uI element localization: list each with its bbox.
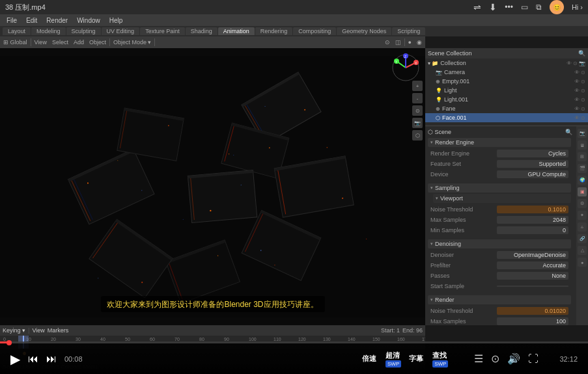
outliner-item-face001[interactable]: ⬡ Face.001 👁 ⊙ bbox=[425, 113, 588, 122]
prop-render-icon[interactable]: 📷 bbox=[578, 129, 587, 138]
sep3 bbox=[154, 38, 155, 46]
total-time: 32:12 bbox=[559, 355, 578, 363]
noise-threshold-value[interactable]: 0.1010 bbox=[497, 206, 568, 213]
prop-constraint-icon[interactable]: 🔗 bbox=[578, 234, 587, 243]
prev-button[interactable]: ⏮ bbox=[28, 353, 38, 365]
outliner-header: Scene Collection 🔍 bbox=[425, 48, 588, 59]
outliner-item-collection[interactable]: ▾ 📁 Collection 👁 ⊙ 📷 bbox=[425, 59, 588, 68]
toolbar-select[interactable]: Select bbox=[50, 38, 70, 46]
next-button[interactable]: ⏭ bbox=[46, 353, 57, 365]
tab-texture-paint[interactable]: Texture Paint bbox=[140, 27, 185, 35]
cast-icon[interactable]: ▭ bbox=[521, 3, 528, 12]
outliner-item-light001[interactable]: 💡 Light.001 👁 ⊙ bbox=[425, 95, 588, 104]
menu-item-edit[interactable]: Edit bbox=[22, 16, 41, 25]
toolbar-mode[interactable]: Object Mode ▾ bbox=[111, 38, 154, 46]
outliner-title: Scene Collection bbox=[428, 50, 472, 57]
device-value[interactable]: GPU Compute bbox=[497, 170, 568, 178]
render-noise-value[interactable]: 0.01020 bbox=[497, 307, 568, 315]
toolbar-view[interactable]: View bbox=[33, 38, 49, 46]
max-samples-value[interactable]: 2048 bbox=[497, 216, 568, 224]
toolbar-overlay[interactable]: ⊙ bbox=[383, 38, 392, 46]
local-view-icon[interactable]: ⬡ bbox=[412, 130, 423, 140]
toolbar-shading-render[interactable]: ◉ bbox=[415, 38, 424, 46]
speed-button[interactable]: 倍速 bbox=[362, 354, 376, 364]
play-button[interactable]: ▶ bbox=[10, 351, 20, 367]
outliner-light-label: Light bbox=[444, 87, 457, 94]
tab-sculpting[interactable]: Sculpting bbox=[66, 27, 101, 35]
sampling-header[interactable]: ▾ Sampling bbox=[428, 183, 571, 193]
tab-uv-editing[interactable]: UV Editing bbox=[102, 27, 140, 35]
download-icon[interactable]: ⬇ bbox=[489, 2, 497, 12]
render-engine-value[interactable]: Cycles bbox=[497, 150, 568, 157]
prop-physics-icon[interactable]: ⥿ bbox=[578, 222, 587, 232]
prop-modifier-icon[interactable]: ⚙ bbox=[578, 199, 587, 208]
video-progress-bar[interactable] bbox=[0, 341, 588, 343]
more-icon[interactable]: ••• bbox=[505, 3, 513, 12]
playlist-icon[interactable]: ☰ bbox=[474, 353, 483, 365]
prop-object-icon[interactable]: ▣ bbox=[578, 187, 587, 196]
zoom-out-icon[interactable]: - bbox=[412, 93, 423, 103]
menu-item-render[interactable]: Render bbox=[42, 16, 72, 25]
timeline-markers[interactable]: Markers bbox=[48, 327, 69, 334]
prop-view-layer-icon[interactable]: ⊞ bbox=[578, 152, 587, 161]
min-samples-value[interactable]: 0 bbox=[497, 226, 568, 234]
tab-geometry-nodes[interactable]: Geometry Nodes bbox=[337, 27, 391, 35]
zoom-in-icon[interactable]: + bbox=[412, 81, 423, 91]
avatar[interactable]: 😊 bbox=[550, 0, 564, 14]
viewport-sampling-header[interactable]: ▾ Viewport bbox=[433, 194, 571, 203]
outliner-item-fane[interactable]: ⊕ Fane 👁 ⊙ bbox=[425, 104, 588, 113]
toolbar-shading-solid[interactable]: ● bbox=[406, 38, 413, 46]
start-sample-value[interactable] bbox=[497, 286, 568, 287]
prop-scene-icon[interactable]: 🎬 bbox=[578, 164, 587, 173]
render-settings-header[interactable]: ▾ Render bbox=[428, 295, 571, 304]
menu-item-file[interactable]: File bbox=[3, 16, 21, 25]
prefilter-value[interactable]: Accurate bbox=[497, 261, 568, 269]
tab-layout[interactable]: Layout bbox=[3, 27, 31, 35]
prop-data-icon[interactable]: △ bbox=[578, 246, 587, 255]
navigation-gizmo[interactable]: X Y Z bbox=[391, 53, 417, 79]
outliner-filter-icon[interactable]: 🔍 bbox=[578, 50, 585, 57]
prop-world-icon[interactable]: 🌍 bbox=[578, 176, 587, 185]
feature-set-value[interactable]: Supported bbox=[497, 160, 568, 168]
tab-shading[interactable]: Shading bbox=[186, 27, 217, 35]
outliner-item-light[interactable]: 💡 Light 👁 ⊙ bbox=[425, 86, 588, 95]
camera-view-icon[interactable]: 📷 bbox=[412, 118, 423, 128]
volume-icon[interactable]: 🔊 bbox=[507, 353, 520, 365]
toolbar-global[interactable]: ⊞ Global bbox=[1, 38, 29, 46]
3d-viewport[interactable]: X Y Z + - ⊙ 📷 ⬡ 欢迎大家来到为图形设计师准备的Blender 3… bbox=[0, 48, 425, 325]
menu-item-help[interactable]: Help bbox=[105, 16, 127, 25]
tab-compositing[interactable]: Compositing bbox=[293, 27, 336, 35]
share-icon[interactable]: ⇌ bbox=[473, 2, 481, 12]
toolbar-add[interactable]: Add bbox=[72, 38, 86, 46]
render-max-samples-value[interactable]: 100 bbox=[497, 317, 568, 325]
timeline-keying-label[interactable]: Keying ▾ bbox=[3, 327, 25, 334]
denoiser-value[interactable]: OpenImageDenoise bbox=[497, 251, 568, 259]
menu-item-window[interactable]: Window bbox=[73, 16, 104, 25]
render-section-header[interactable]: ▾ Render Engine bbox=[428, 138, 571, 147]
tab-rendering[interactable]: Rendering bbox=[255, 27, 293, 35]
tab-modeling[interactable]: Modeling bbox=[31, 27, 66, 35]
view-reset-icon[interactable]: ⊙ bbox=[412, 105, 423, 116]
tab-scripting[interactable]: Scripting bbox=[392, 27, 425, 35]
speed-label: 倍速 bbox=[362, 354, 376, 364]
tab-animation[interactable]: Animation bbox=[218, 27, 255, 35]
fullscreen-icon[interactable]: ⛶ bbox=[528, 353, 539, 365]
render-engine-row: Render Engine Cycles bbox=[428, 148, 571, 159]
outliner-item-camera[interactable]: 📷 Camera 👁 ⊙ bbox=[425, 68, 588, 77]
main-viewport[interactable]: X Y Z + - ⊙ 📷 ⬡ 欢迎大家来到为图形设计师准备的Blender 3… bbox=[0, 48, 425, 325]
pip-icon[interactable]: ⧉ bbox=[536, 3, 542, 12]
toolbar-object[interactable]: Object bbox=[87, 38, 108, 46]
prop-material-icon[interactable]: ● bbox=[578, 258, 587, 267]
hd-button[interactable]: 超清 SWP bbox=[384, 351, 401, 367]
outliner-item-empty001[interactable]: ⊕ Empty.001 👁 ⊙ bbox=[425, 77, 588, 86]
prop-particle-icon[interactable]: ✦ bbox=[578, 211, 587, 220]
denoising-header[interactable]: ▾ Denoising bbox=[428, 239, 571, 248]
pip-player-icon[interactable]: ⊙ bbox=[491, 353, 499, 365]
toolbar-xray[interactable]: ◫ bbox=[393, 38, 403, 46]
subtitle-button[interactable]: 字幕 bbox=[409, 354, 423, 364]
prop-output-icon[interactable]: 🖥 bbox=[578, 140, 587, 150]
timeline-view[interactable]: View bbox=[32, 327, 44, 334]
prop-scene-search[interactable]: 🔍 bbox=[565, 129, 572, 135]
passes-value[interactable]: None bbox=[497, 272, 568, 280]
search-button[interactable]: 查找 SWP bbox=[431, 351, 448, 367]
